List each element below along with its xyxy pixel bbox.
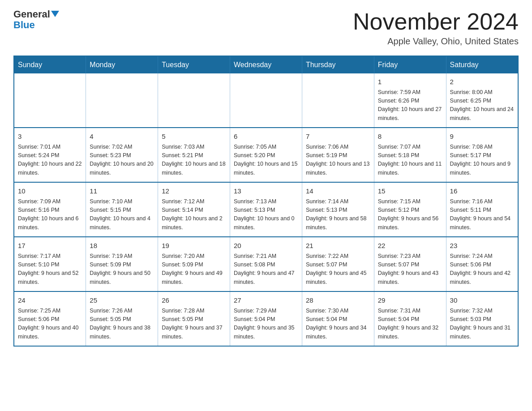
- day-number: 3: [18, 132, 82, 142]
- calendar-week-row: 17Sunrise: 7:17 AM Sunset: 5:10 PM Dayli…: [14, 237, 518, 291]
- calendar-cell: 8Sunrise: 7:07 AM Sunset: 5:18 PM Daylig…: [374, 128, 446, 182]
- calendar-cell: 26Sunrise: 7:28 AM Sunset: 5:05 PM Dayli…: [158, 291, 230, 346]
- day-number: 20: [234, 241, 298, 251]
- title-block: November 2024 Apple Valley, Ohio, United…: [353, 9, 519, 47]
- calendar-cell: 1Sunrise: 7:59 AM Sunset: 6:26 PM Daylig…: [374, 73, 446, 128]
- calendar-cell: 9Sunrise: 7:08 AM Sunset: 5:17 PM Daylig…: [446, 128, 518, 182]
- day-info: Sunrise: 7:16 AM Sunset: 5:11 PM Dayligh…: [450, 197, 514, 232]
- day-number: 17: [18, 241, 82, 251]
- calendar-cell: 21Sunrise: 7:22 AM Sunset: 5:07 PM Dayli…: [302, 237, 374, 291]
- day-number: 9: [450, 132, 514, 142]
- logo-triangle-icon: [51, 11, 59, 17]
- calendar-cell: 4Sunrise: 7:02 AM Sunset: 5:23 PM Daylig…: [86, 128, 158, 182]
- day-info: Sunrise: 7:19 AM Sunset: 5:09 PM Dayligh…: [90, 252, 154, 287]
- day-info: Sunrise: 7:13 AM Sunset: 5:13 PM Dayligh…: [234, 197, 298, 232]
- calendar-cell: [86, 73, 158, 128]
- day-info: Sunrise: 7:05 AM Sunset: 5:20 PM Dayligh…: [234, 143, 298, 178]
- day-number: 5: [162, 132, 226, 142]
- logo: General Blue: [13, 9, 59, 30]
- day-info: Sunrise: 8:00 AM Sunset: 6:25 PM Dayligh…: [450, 88, 514, 123]
- calendar-cell: 29Sunrise: 7:31 AM Sunset: 5:04 PM Dayli…: [374, 291, 446, 346]
- day-info: Sunrise: 7:14 AM Sunset: 5:13 PM Dayligh…: [306, 197, 370, 232]
- logo-blue-text: Blue: [13, 20, 35, 30]
- day-info: Sunrise: 7:09 AM Sunset: 5:16 PM Dayligh…: [18, 197, 82, 232]
- logo-general-text: General: [13, 9, 50, 20]
- calendar-cell: [302, 73, 374, 128]
- day-info: Sunrise: 7:01 AM Sunset: 5:24 PM Dayligh…: [18, 143, 82, 178]
- day-info: Sunrise: 7:21 AM Sunset: 5:08 PM Dayligh…: [234, 252, 298, 287]
- calendar-cell: [158, 73, 230, 128]
- calendar-cell: 17Sunrise: 7:17 AM Sunset: 5:10 PM Dayli…: [14, 237, 86, 291]
- calendar-cell: 10Sunrise: 7:09 AM Sunset: 5:16 PM Dayli…: [14, 182, 86, 237]
- calendar-week-row: 1Sunrise: 7:59 AM Sunset: 6:26 PM Daylig…: [14, 73, 518, 128]
- day-number: 1: [378, 77, 442, 87]
- day-number: 21: [306, 241, 370, 251]
- day-info: Sunrise: 7:07 AM Sunset: 5:18 PM Dayligh…: [378, 143, 442, 178]
- day-number: 19: [162, 241, 226, 251]
- day-info: Sunrise: 7:24 AM Sunset: 5:06 PM Dayligh…: [450, 252, 514, 287]
- calendar-cell: 11Sunrise: 7:10 AM Sunset: 5:15 PM Dayli…: [86, 182, 158, 237]
- day-number: 15: [378, 186, 442, 197]
- day-info: Sunrise: 7:08 AM Sunset: 5:17 PM Dayligh…: [450, 143, 514, 178]
- column-header-thursday: Thursday: [302, 56, 374, 73]
- day-number: 27: [234, 295, 298, 306]
- day-number: 13: [234, 186, 298, 197]
- month-title: November 2024: [353, 9, 519, 34]
- day-info: Sunrise: 7:28 AM Sunset: 5:05 PM Dayligh…: [162, 307, 226, 342]
- column-header-friday: Friday: [374, 56, 446, 73]
- calendar-cell: 23Sunrise: 7:24 AM Sunset: 5:06 PM Dayli…: [446, 237, 518, 291]
- day-number: 28: [306, 295, 370, 306]
- calendar-cell: 20Sunrise: 7:21 AM Sunset: 5:08 PM Dayli…: [230, 237, 302, 291]
- calendar-week-row: 10Sunrise: 7:09 AM Sunset: 5:16 PM Dayli…: [14, 182, 518, 237]
- calendar-cell: 2Sunrise: 8:00 AM Sunset: 6:25 PM Daylig…: [446, 73, 518, 128]
- day-number: 4: [90, 132, 154, 142]
- day-info: Sunrise: 7:25 AM Sunset: 5:06 PM Dayligh…: [18, 307, 82, 342]
- day-number: 16: [450, 186, 514, 197]
- calendar-week-row: 3Sunrise: 7:01 AM Sunset: 5:24 PM Daylig…: [14, 128, 518, 182]
- calendar-cell: 18Sunrise: 7:19 AM Sunset: 5:09 PM Dayli…: [86, 237, 158, 291]
- column-header-sunday: Sunday: [14, 56, 86, 73]
- calendar-cell: 24Sunrise: 7:25 AM Sunset: 5:06 PM Dayli…: [14, 291, 86, 346]
- calendar-cell: 19Sunrise: 7:20 AM Sunset: 5:09 PM Dayli…: [158, 237, 230, 291]
- day-number: 11: [90, 186, 154, 197]
- calendar-week-row: 24Sunrise: 7:25 AM Sunset: 5:06 PM Dayli…: [14, 291, 518, 346]
- day-number: 25: [90, 295, 154, 306]
- day-info: Sunrise: 7:02 AM Sunset: 5:23 PM Dayligh…: [90, 143, 154, 178]
- column-header-tuesday: Tuesday: [158, 56, 230, 73]
- column-header-monday: Monday: [86, 56, 158, 73]
- day-info: Sunrise: 7:29 AM Sunset: 5:04 PM Dayligh…: [234, 307, 298, 342]
- calendar-cell: [14, 73, 86, 128]
- column-header-wednesday: Wednesday: [230, 56, 302, 73]
- day-number: 29: [378, 295, 442, 306]
- calendar-cell: 25Sunrise: 7:26 AM Sunset: 5:05 PM Dayli…: [86, 291, 158, 346]
- day-info: Sunrise: 7:59 AM Sunset: 6:26 PM Dayligh…: [378, 88, 442, 123]
- day-info: Sunrise: 7:26 AM Sunset: 5:05 PM Dayligh…: [90, 307, 154, 342]
- day-info: Sunrise: 7:32 AM Sunset: 5:03 PM Dayligh…: [450, 307, 514, 342]
- location-title: Apple Valley, Ohio, United States: [353, 36, 519, 47]
- day-info: Sunrise: 7:30 AM Sunset: 5:04 PM Dayligh…: [306, 307, 370, 342]
- day-number: 26: [162, 295, 226, 306]
- page-header: General Blue November 2024 Apple Valley,…: [13, 9, 519, 47]
- day-number: 22: [378, 241, 442, 251]
- calendar-cell: 3Sunrise: 7:01 AM Sunset: 5:24 PM Daylig…: [14, 128, 86, 182]
- calendar-cell: 6Sunrise: 7:05 AM Sunset: 5:20 PM Daylig…: [230, 128, 302, 182]
- day-number: 7: [306, 132, 370, 142]
- day-number: 18: [90, 241, 154, 251]
- calendar-cell: 16Sunrise: 7:16 AM Sunset: 5:11 PM Dayli…: [446, 182, 518, 237]
- day-info: Sunrise: 7:20 AM Sunset: 5:09 PM Dayligh…: [162, 252, 226, 287]
- day-info: Sunrise: 7:31 AM Sunset: 5:04 PM Dayligh…: [378, 307, 442, 342]
- calendar-cell: [230, 73, 302, 128]
- calendar-header-row: SundayMondayTuesdayWednesdayThursdayFrid…: [14, 56, 518, 73]
- day-info: Sunrise: 7:10 AM Sunset: 5:15 PM Dayligh…: [90, 197, 154, 232]
- day-number: 8: [378, 132, 442, 142]
- day-info: Sunrise: 7:03 AM Sunset: 5:21 PM Dayligh…: [162, 143, 226, 178]
- day-info: Sunrise: 7:22 AM Sunset: 5:07 PM Dayligh…: [306, 252, 370, 287]
- day-info: Sunrise: 7:23 AM Sunset: 5:07 PM Dayligh…: [378, 252, 442, 287]
- day-info: Sunrise: 7:15 AM Sunset: 5:12 PM Dayligh…: [378, 197, 442, 232]
- day-number: 10: [18, 186, 82, 197]
- calendar-table: SundayMondayTuesdayWednesdayThursdayFrid…: [13, 56, 519, 347]
- calendar-cell: 15Sunrise: 7:15 AM Sunset: 5:12 PM Dayli…: [374, 182, 446, 237]
- calendar-cell: 12Sunrise: 7:12 AM Sunset: 5:14 PM Dayli…: [158, 182, 230, 237]
- day-info: Sunrise: 7:06 AM Sunset: 5:19 PM Dayligh…: [306, 143, 370, 178]
- day-number: 2: [450, 77, 514, 87]
